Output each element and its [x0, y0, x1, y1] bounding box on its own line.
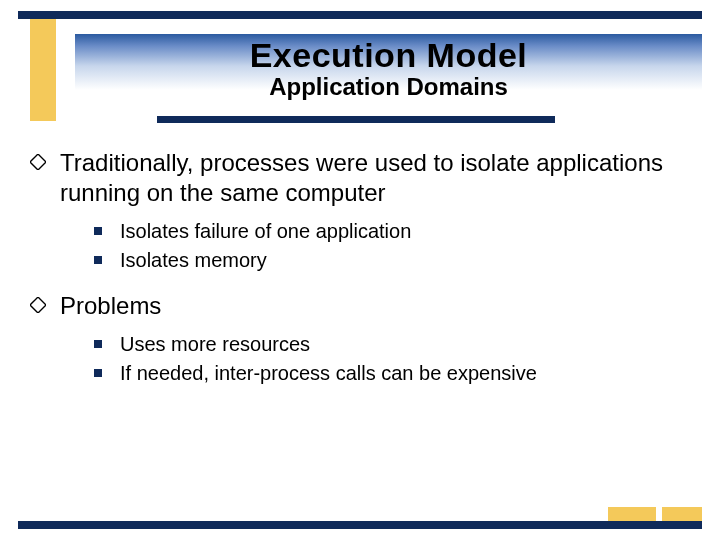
- top-yellow-accent: [30, 19, 56, 121]
- sub-list: Uses more resources If needed, inter-pro…: [94, 331, 690, 386]
- diamond-bullet-icon: [30, 297, 46, 313]
- bullet-text: Traditionally, processes were used to is…: [60, 148, 690, 208]
- slide-subtitle: Application Domains: [75, 73, 702, 101]
- bottom-yellow-accent-1: [608, 507, 656, 521]
- square-bullet-icon: [94, 256, 102, 264]
- sub-bullet-point: Isolates memory: [94, 247, 690, 273]
- top-border-bar: [18, 11, 702, 19]
- diamond-bullet-icon: [30, 154, 46, 170]
- sub-bullet-text: Isolates memory: [120, 247, 267, 273]
- bottom-border-bar: [18, 521, 702, 529]
- sub-bullet-text: Uses more resources: [120, 331, 310, 357]
- sub-bullet-text: If needed, inter-process calls can be ex…: [120, 360, 537, 386]
- header-underline: [157, 116, 555, 123]
- bullet-text: Problems: [60, 291, 161, 321]
- sub-bullet-point: Uses more resources: [94, 331, 690, 357]
- slide-title: Execution Model: [75, 34, 702, 75]
- square-bullet-icon: [94, 340, 102, 348]
- svg-marker-1: [30, 297, 46, 313]
- square-bullet-icon: [94, 369, 102, 377]
- content-area: Traditionally, processes were used to is…: [30, 148, 690, 404]
- bottom-yellow-accent-2: [662, 507, 702, 521]
- sub-list: Isolates failure of one application Isol…: [94, 218, 690, 273]
- svg-marker-0: [30, 154, 46, 170]
- square-bullet-icon: [94, 227, 102, 235]
- sub-bullet-point: Isolates failure of one application: [94, 218, 690, 244]
- sub-bullet-point: If needed, inter-process calls can be ex…: [94, 360, 690, 386]
- bullet-point: Traditionally, processes were used to is…: [30, 148, 690, 208]
- bullet-point: Problems: [30, 291, 690, 321]
- sub-bullet-text: Isolates failure of one application: [120, 218, 411, 244]
- header-area: Execution Model Application Domains: [75, 34, 702, 114]
